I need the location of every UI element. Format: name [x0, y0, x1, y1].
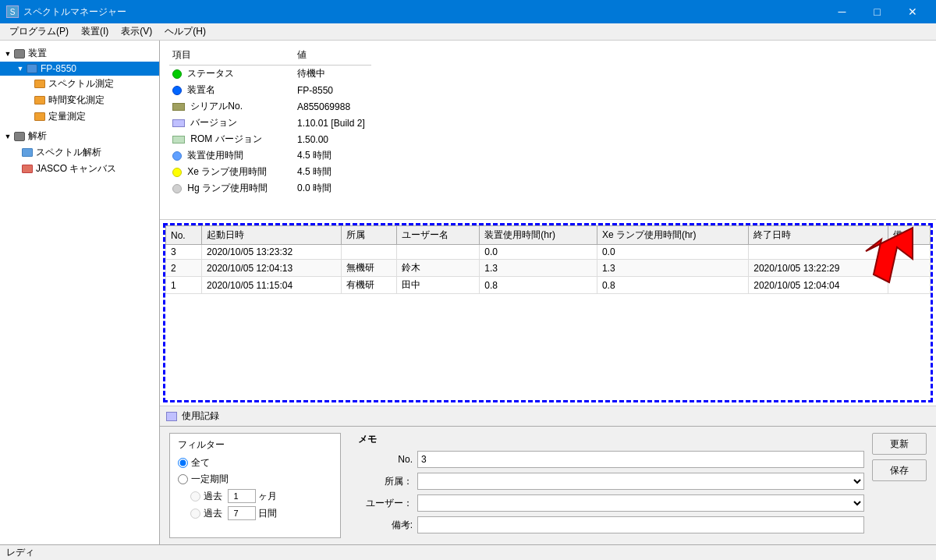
sidebar-item-spectrum-analysis[interactable]: スペクトル解析 [0, 144, 159, 161]
filter-days-radio[interactable] [190, 509, 200, 519]
app-icon: S [6, 5, 19, 18]
right-panel: 項目 値 ステータス 待機中 装置 [160, 41, 936, 544]
info-value-status: 待機中 [294, 66, 371, 83]
info-label-device-name: 装置名 [187, 84, 215, 95]
col-no: No. [166, 226, 202, 245]
info-col-item: 項目 [169, 47, 294, 66]
menu-help[interactable]: ヘルプ(H) [158, 23, 212, 40]
update-button[interactable]: 更新 [872, 433, 927, 455]
usage-log-area: No. 起動日時 所属 ユーザー名 装置使用時間(hr) Xe ランプ使用時間(… [160, 220, 936, 544]
table-row[interactable]: 32020/10/05 13:23:320.00.0 [166, 245, 931, 260]
filter-days-value[interactable] [228, 506, 256, 520]
sidebar-item-time-measure[interactable]: 時間変化測定 [0, 92, 159, 108]
save-button[interactable]: 保存 [872, 459, 927, 481]
table-cell: 1.3 [597, 260, 748, 277]
table-cell: 田中 [397, 277, 480, 294]
info-label-version: バージョン [190, 117, 237, 128]
memo-user-select[interactable] [417, 494, 864, 512]
info-row-device-time: 装置使用時間 4.5 時間 [169, 147, 371, 164]
sidebar-section-analysis: ▼ 解析 スペクトル解析 JASCO キャンバス [0, 126, 159, 179]
action-buttons: 更新 保存 [872, 433, 927, 538]
table-cell: 無機研 [341, 260, 396, 277]
filter-title: フィルター [178, 438, 332, 452]
menu-view[interactable]: 表示(V) [115, 23, 158, 40]
sidebar-item-spectrum-measure[interactable]: スペクトル測定 [0, 76, 159, 92]
sidebar-item-analysis-group[interactable]: ▼ 解析 [0, 128, 159, 144]
filter-all-radio[interactable] [178, 458, 188, 468]
col-user: ユーザー名 [397, 226, 480, 245]
info-row-version: バージョン 1.10.01 [Build 2] [169, 115, 371, 131]
info-label-xe-time: Xe ランプ使用時間 [187, 166, 267, 177]
filter-months-past-label: 過去 [204, 490, 222, 503]
memo-note-label: 備考: [358, 519, 413, 532]
sidebar-item-jasco[interactable]: JASCO キャンバス [0, 161, 159, 177]
memo-note-row: 備考: [358, 516, 864, 533]
memo-user-label: ユーザー： [358, 497, 413, 510]
info-table: 項目 値 ステータス 待機中 装置 [169, 47, 371, 197]
sidebar: ▼ 装置 ▼ FP-8550 スペクトル測定 時間変化測定 [0, 41, 160, 544]
rom-icon [172, 136, 185, 144]
info-value-rom: 1.50.00 [294, 131, 371, 147]
expand-icon: ▼ [3, 49, 12, 58]
memo-dept-row: 所属： [358, 473, 864, 490]
main-layout: ▼ 装置 ▼ FP-8550 スペクトル測定 時間変化測定 [0, 41, 936, 544]
info-value-version: 1.10.01 [Build 2] [294, 115, 371, 131]
info-col-value: 値 [294, 47, 371, 66]
xe-lamp-icon [172, 168, 182, 177]
window-title: スペクトルマネージャー [23, 5, 824, 19]
info-row-serial: シリアルNo. A855069988 [169, 98, 371, 115]
table-cell: 0.0 [480, 245, 597, 260]
table-cell [888, 245, 931, 260]
device-blue-dot [172, 86, 182, 95]
maximize-button[interactable]: □ [860, 0, 895, 23]
info-row-status: ステータス 待機中 [169, 66, 371, 83]
filter-all-label: 全て [191, 456, 210, 470]
table-row[interactable]: 22020/10/05 12:04:13無機研鈴木1.31.32020/10/0… [166, 260, 931, 277]
log-table-wrapper[interactable]: No. 起動日時 所属 ユーザー名 装置使用時間(hr) Xe ランプ使用時間(… [165, 225, 931, 400]
sidebar-quantity-measure-label: 定量測定 [48, 110, 86, 123]
table-cell: 2 [166, 260, 202, 277]
sidebar-spectrum-measure-label: スペクトル測定 [48, 77, 114, 90]
info-label-rom: ROM バージョン [190, 133, 261, 144]
filter-period-radio[interactable] [178, 474, 188, 484]
memo-title: メモ [358, 433, 864, 446]
sidebar-device-group-label: 装置 [28, 47, 47, 60]
col-start-date: 起動日時 [202, 226, 342, 245]
menu-program[interactable]: プログラム(P) [3, 23, 75, 40]
info-row-device-name: 装置名 FP-8550 [169, 82, 371, 98]
sidebar-item-fp8550[interactable]: ▼ FP-8550 [0, 62, 159, 76]
sidebar-fp8550-label: FP-8550 [41, 63, 76, 74]
col-end-date: 終了日時 [749, 226, 888, 245]
sidebar-item-quantity-measure[interactable]: 定量測定 [0, 108, 159, 125]
menu-bar: プログラム(P) 装置(I) 表示(V) ヘルプ(H) [0, 23, 936, 41]
sidebar-item-device-group[interactable]: ▼ 装置 [0, 45, 159, 62]
filter-days-row: 過去 日間 [190, 506, 332, 520]
info-label-serial: シリアルNo. [190, 101, 243, 112]
info-panel: 項目 値 ステータス 待機中 装置 [160, 41, 936, 220]
bottom-panel: フィルター 全て 一定期間 過去 ヶ月 [160, 426, 936, 544]
table-cell [397, 245, 480, 260]
filter-months-radio[interactable] [190, 491, 200, 502]
memo-dept-select[interactable] [417, 473, 864, 490]
table-cell: 3 [166, 245, 202, 260]
table-cell: 有機研 [341, 277, 396, 294]
menu-device[interactable]: 装置(I) [75, 23, 115, 40]
info-value-device-time: 4.5 時間 [294, 147, 371, 164]
info-row-rom: ROM バージョン 1.50.00 [169, 131, 371, 147]
sidebar-section-device: ▼ 装置 ▼ FP-8550 スペクトル測定 時間変化測定 [0, 44, 159, 126]
col-note: 備考 [888, 226, 931, 245]
table-row[interactable]: 12020/10/05 11:15:04有機研田中0.80.82020/10/0… [166, 277, 931, 294]
memo-note-field[interactable] [417, 516, 864, 533]
memo-no-label: No. [358, 454, 413, 465]
time-measure-icon [34, 96, 45, 105]
version-icon [172, 119, 185, 127]
close-button[interactable]: ✕ [895, 0, 930, 23]
filter-months-value[interactable] [228, 489, 256, 503]
log-container: No. 起動日時 所属 ユーザー名 装置使用時間(hr) Xe ランプ使用時間(… [163, 223, 933, 402]
usage-footer[interactable]: 使用記録 [160, 406, 936, 426]
minimize-button[interactable]: ─ [824, 0, 860, 23]
table-cell: 1.3 [480, 260, 597, 277]
table-cell [749, 245, 888, 260]
table-cell: 2020/10/05 12:04:13 [202, 260, 342, 277]
memo-no-field[interactable] [417, 451, 864, 468]
